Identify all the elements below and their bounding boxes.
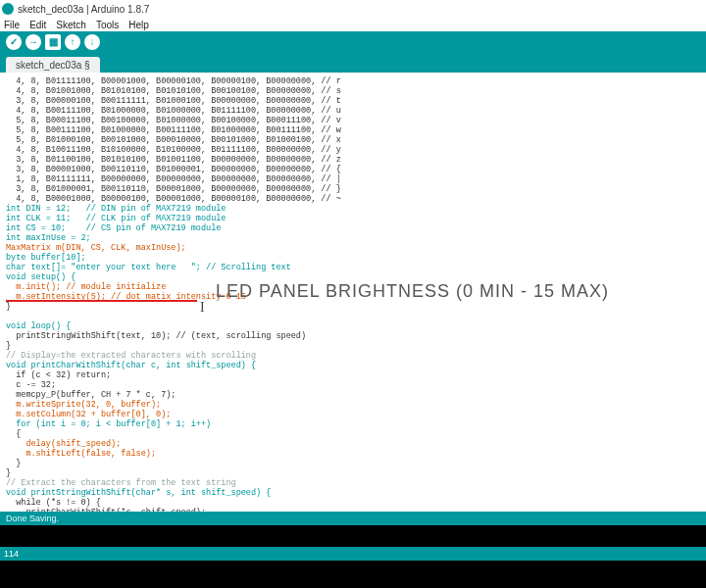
code-line: 5, 8, B01000100, B00101000, B00010000, B… xyxy=(6,135,341,145)
code-line: // Extract the characters from the text … xyxy=(6,478,236,488)
code-line: m.init(); // module initialize xyxy=(6,282,166,292)
black-border xyxy=(0,561,706,588)
code-line: m.setColumn(32 + buffer[0], 0); xyxy=(6,410,171,419)
code-line: m.writeSprite(32, 0, buffer); xyxy=(6,400,161,410)
code-line: MaxMatrix m(DIN, CS, CLK, maxInUse); xyxy=(6,243,186,253)
code-line: 3, 8, B00000100, B00111111, B01000100, B… xyxy=(6,96,341,106)
code-line: int CLK = 11; // CLK pin of MAX7219 modu… xyxy=(6,214,226,223)
toolbar: ✓ → ▦ ↑ ↓ xyxy=(0,31,706,53)
code-line: 5, 8, B00011100, B00100000, B01000000, B… xyxy=(6,116,341,125)
menu-help[interactable]: Help xyxy=(128,20,149,30)
window-title: sketch_dec03a | Arduino 1.8.7 xyxy=(18,4,149,15)
open-button[interactable]: ↑ xyxy=(65,34,80,50)
code-line: void printCharWithShift(char c, int shif… xyxy=(6,361,256,370)
code-line: // Display=the extracted characters with… xyxy=(6,351,256,361)
code-line: void loop() { xyxy=(6,321,71,331)
code-line: void setup() { xyxy=(6,272,76,282)
code-line: if (c < 32) return; xyxy=(6,370,111,380)
code-line: 4, 8, B00111100, B01000000, B01000000, B… xyxy=(6,106,341,116)
code-line: 3, 8, B00001000, B00110110, B01000001, B… xyxy=(6,165,341,174)
menu-edit[interactable]: Edit xyxy=(29,20,46,30)
save-button[interactable]: ↓ xyxy=(84,34,100,50)
code-line: byte buffer[10]; xyxy=(6,253,86,263)
upload-button[interactable]: → xyxy=(25,34,41,50)
code-line: for (int i = 0; i < buffer[0] + 1; i++) xyxy=(6,419,211,429)
code-line: 1, 8, B01111111, B00000000, B00000000, B… xyxy=(6,174,341,184)
code-line: 4, 8, B01001000, B01010100, B01010100, B… xyxy=(6,86,341,96)
menubar: File Edit Sketch Tools Help xyxy=(0,18,706,31)
code-line: memcpy_P(buffer, CH + 7 * c, 7); xyxy=(6,390,176,400)
code-line: } xyxy=(6,459,21,468)
code-line: printCharWithShift(*s, shift_speed); xyxy=(6,508,206,512)
code-line: delay(shift_speed); xyxy=(6,439,121,449)
code-line: } xyxy=(6,341,11,351)
code-line: 3, 8, B01100100, B01010100, B01001100, B… xyxy=(6,155,341,165)
code-editor[interactable]: 4, 8, B01111100, B00001000, B00000100, B… xyxy=(0,73,706,512)
underline-annotation xyxy=(6,299,197,302)
text-cursor-icon: I xyxy=(200,303,205,313)
footer-bar: 114 xyxy=(0,547,706,561)
titlebar: sketch_dec03a | Arduino 1.8.7 xyxy=(0,0,706,18)
tabbar: sketch_dec03a § xyxy=(0,53,706,73)
new-button[interactable]: ▦ xyxy=(45,34,61,50)
menu-tools[interactable]: Tools xyxy=(96,20,119,30)
code-line: printStringWithShift(text, 10); // (text… xyxy=(6,331,306,341)
sketch-tab[interactable]: sketch_dec03a § xyxy=(6,57,100,73)
code-line: 5, 8, B00111100, B01000000, B00111100, B… xyxy=(6,125,341,135)
arduino-icon xyxy=(2,3,14,15)
code-line: char text[]= "enter your text here "; //… xyxy=(6,263,291,272)
status-bar: Done Saving. xyxy=(0,512,706,525)
code-line: 3, 8, B01000001, B00110110, B00001000, B… xyxy=(6,184,341,194)
arduino-ide-window: sketch_dec03a | Arduino 1.8.7 File Edit … xyxy=(0,0,706,561)
verify-button[interactable]: ✓ xyxy=(6,34,22,50)
code-line: c -= 32; xyxy=(6,380,56,390)
code-line: int maxInUse = 2; xyxy=(6,233,91,243)
menu-file[interactable]: File xyxy=(4,20,20,30)
code-line: 4, 8, B10011100, B10100000, B10100000, B… xyxy=(6,145,341,155)
code-line: 4, 8, B00001000, B00000100, B00001000, B… xyxy=(6,194,341,204)
overlay-annotation: LED PANEL BRIGHTNESS (0 MIN - 15 MAX) xyxy=(216,286,609,296)
code-line: while (*s != 0) { xyxy=(6,498,101,508)
code-line: m.shiftLeft(false, false); xyxy=(6,449,156,459)
code-line: int DIN = 12; // DIN pin of MAX7219 modu… xyxy=(6,204,226,214)
code-line: int CS = 10; // CS pin of MAX7219 module xyxy=(6,223,221,233)
code-line: 4, 8, B01111100, B00001000, B00000100, B… xyxy=(6,76,341,86)
console-output[interactable] xyxy=(0,525,706,547)
code-line: { xyxy=(6,429,21,439)
code-line: } xyxy=(6,302,11,312)
code-line: } xyxy=(6,468,11,478)
menu-sketch[interactable]: Sketch xyxy=(56,20,86,30)
code-line: void printStringWithShift(char* s, int s… xyxy=(6,488,271,498)
